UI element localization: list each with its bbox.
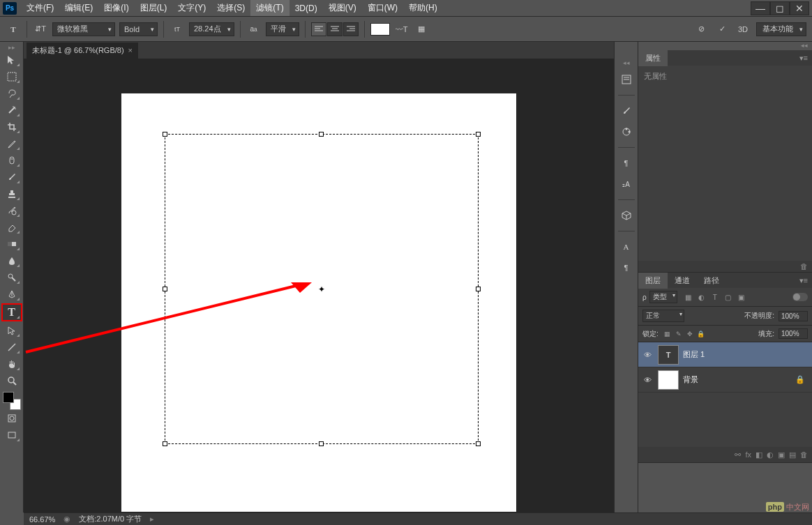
layer-mask-icon[interactable]: ◧: [755, 450, 762, 459]
fill-input[interactable]: 100%: [779, 328, 808, 339]
status-icon[interactable]: ◉: [63, 515, 70, 524]
text-color-swatch[interactable]: [370, 23, 390, 36]
menu-filter[interactable]: 滤镜(T): [250, 0, 289, 16]
menu-help[interactable]: 帮助(H): [403, 0, 443, 16]
filter-toggle[interactable]: [792, 293, 808, 301]
blend-mode-dropdown[interactable]: 正常: [642, 310, 684, 322]
handle-bottom-right[interactable]: [476, 441, 481, 446]
layer-name[interactable]: 图层 1: [683, 349, 809, 360]
trash-icon[interactable]: 🗑: [800, 262, 808, 271]
delete-layer-icon[interactable]: 🗑: [800, 450, 808, 459]
link-layers-icon[interactable]: ⚯: [735, 450, 741, 459]
canvas[interactable]: ✦: [121, 93, 516, 512]
quick-mask-tool[interactable]: [3, 411, 21, 426]
right-toolbar-collapse-icon[interactable]: ◂◂: [615, 59, 638, 67]
handle-middle-right[interactable]: [476, 287, 481, 291]
handle-top-right[interactable]: [476, 132, 481, 137]
filter-shape-icon[interactable]: ▢: [723, 291, 734, 303]
foreground-color[interactable]: [3, 392, 14, 403]
opacity-input[interactable]: 100%: [779, 311, 808, 321]
menu-file[interactable]: 文件(F): [21, 0, 59, 16]
lock-pixels-icon[interactable]: ✎: [674, 329, 684, 339]
layer-name[interactable]: 背景: [683, 374, 791, 385]
status-arrow-icon[interactable]: ▸: [150, 515, 154, 524]
type-tool[interactable]: T: [1, 303, 22, 321]
canvas-viewport[interactable]: ✦: [24, 59, 614, 512]
path-selection-tool[interactable]: [3, 323, 21, 338]
align-center-button[interactable]: [327, 22, 343, 36]
layer-thumbnail[interactable]: [658, 370, 679, 390]
new-layer-icon[interactable]: ▤: [789, 450, 796, 459]
marquee-tool[interactable]: [3, 69, 21, 84]
font-weight-dropdown[interactable]: Bold: [119, 22, 158, 36]
menu-edit[interactable]: 编辑(E): [59, 0, 98, 16]
lasso-tool[interactable]: [3, 86, 21, 101]
menu-select[interactable]: 选择(S): [211, 0, 250, 16]
layer-row[interactable]: 👁 T 图层 1: [638, 342, 812, 367]
filter-type-icon[interactable]: T: [709, 291, 721, 303]
crop-tool[interactable]: [3, 119, 21, 135]
tab-layers[interactable]: 图层: [638, 273, 668, 289]
cancel-icon[interactable]: ⊘: [693, 22, 709, 37]
menu-type[interactable]: 文字(Y): [172, 0, 211, 16]
shape-tool[interactable]: [3, 340, 21, 355]
hand-tool[interactable]: [3, 356, 21, 372]
filter-pixel-icon[interactable]: ▦: [683, 291, 694, 303]
maximize-button[interactable]: ◻: [770, 1, 790, 15]
lock-position-icon[interactable]: ✥: [685, 329, 695, 339]
healing-tool[interactable]: [3, 153, 21, 168]
menu-window[interactable]: 窗口(W): [362, 0, 403, 16]
blur-tool[interactable]: [3, 253, 21, 268]
align-right-button[interactable]: [343, 22, 359, 36]
layer-row[interactable]: 👁 背景 🔒: [638, 367, 812, 393]
filter-adjustment-icon[interactable]: ◐: [696, 291, 707, 303]
menu-3d[interactable]: 3D(D): [290, 1, 323, 15]
paragraph-panel-icon[interactable]: ¶: [618, 155, 635, 172]
pen-tool[interactable]: [3, 287, 21, 302]
handle-bottom-left[interactable]: [163, 441, 167, 446]
tab-paths[interactable]: 路径: [697, 273, 726, 289]
handle-top-left[interactable]: [163, 132, 167, 137]
layer-fx-icon[interactable]: fx: [745, 450, 751, 459]
menu-image[interactable]: 图像(I): [98, 0, 134, 16]
document-tab[interactable]: 未标题-1 @ 66.7%(RGB/8) ×: [27, 43, 138, 59]
filter-smart-icon[interactable]: ▣: [736, 291, 747, 303]
lock-transparent-icon[interactable]: ▦: [663, 329, 672, 339]
align-left-button[interactable]: [311, 22, 326, 36]
eraser-tool[interactable]: [3, 220, 21, 235]
menu-view[interactable]: 视图(V): [323, 0, 362, 16]
character-panel-icon[interactable]: ▦: [414, 22, 429, 37]
adjustment-layer-icon[interactable]: ◐: [767, 450, 774, 459]
dodge-tool[interactable]: [3, 270, 21, 285]
close-button[interactable]: ✕: [790, 1, 809, 15]
brush-tool[interactable]: [3, 169, 21, 185]
panel-menu-icon[interactable]: ▾≡: [795, 54, 812, 63]
history-brush-tool[interactable]: [3, 203, 21, 218]
tab-channels[interactable]: 通道: [668, 273, 697, 289]
history-panel-icon[interactable]: [618, 71, 635, 88]
layer-thumbnail[interactable]: T: [658, 345, 679, 365]
type-panel-icon[interactable]: A: [618, 238, 635, 255]
commit-icon[interactable]: ✓: [714, 22, 730, 37]
swatches-panel-icon[interactable]: [618, 123, 635, 140]
screen-mode-tool[interactable]: [3, 427, 21, 443]
font-size-dropdown[interactable]: 28.24点: [189, 22, 234, 36]
stamp-tool[interactable]: [3, 186, 21, 201]
visibility-toggle-icon[interactable]: 👁: [641, 351, 654, 359]
tool-preset-icon[interactable]: T: [6, 22, 21, 37]
panels-collapse-icon[interactable]: ◂◂: [638, 42, 812, 50]
handle-top-center[interactable]: [319, 132, 324, 137]
color-picker[interactable]: [3, 392, 21, 410]
tab-properties[interactable]: 属性: [638, 50, 668, 66]
3d-icon[interactable]: 3D: [735, 22, 751, 37]
handle-middle-left[interactable]: [163, 287, 167, 291]
antialiasing-dropdown[interactable]: 平滑: [266, 22, 299, 36]
toolbar-collapse-icon[interactable]: ▸▸: [0, 43, 23, 52]
lock-all-icon[interactable]: 🔒: [696, 329, 706, 339]
magic-wand-tool[interactable]: [3, 102, 21, 118]
character-panel-icon-2[interactable]: ₂A: [618, 176, 635, 192]
zoom-tool[interactable]: [3, 373, 21, 388]
visibility-toggle-icon[interactable]: 👁: [641, 376, 654, 384]
warp-text-icon[interactable]: 〰T: [394, 22, 409, 37]
menu-layer[interactable]: 图层(L): [135, 0, 173, 16]
